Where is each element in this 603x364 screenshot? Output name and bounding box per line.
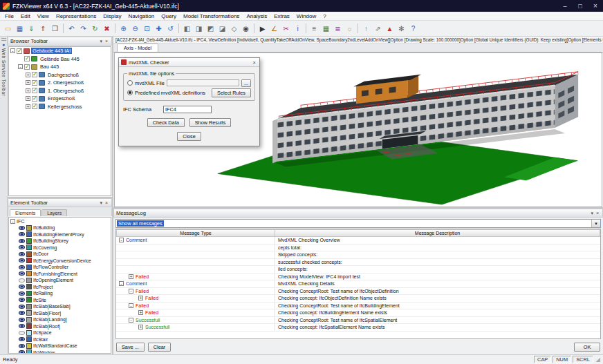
eye-icon[interactable] — [19, 278, 25, 282]
dialog-title-bar[interactable]: mvdXML Checker × — [119, 58, 259, 67]
clear-button[interactable]: Clear — [148, 343, 171, 352]
tree-row[interactable]: + 1. Obergeschoß — [9, 87, 111, 95]
menu-item[interactable]: Edit — [17, 13, 34, 19]
element-class-row[interactable]: IfcStair — [9, 336, 111, 343]
pan-icon[interactable]: ✚ — [153, 23, 165, 35]
element-class-row[interactable]: IfcBuildingElementProxy — [9, 231, 111, 238]
element-class-row[interactable]: IfcCovering — [9, 245, 111, 251]
tree-row[interactable]: + Erdgeschoß — [9, 95, 111, 103]
visibility-checkbox[interactable] — [24, 64, 30, 70]
expander-icon[interactable]: + — [129, 274, 133, 279]
grid-icon[interactable]: ▦ — [320, 23, 332, 35]
menu-item[interactable]: Analysis — [243, 13, 270, 19]
message-row[interactable]: - Comment MvdXML Checking Details — [116, 280, 600, 288]
element-class-row[interactable]: IfcSlab[BaseSlab] — [9, 303, 111, 310]
export-icon[interactable]: ⇑ — [37, 23, 49, 35]
message-row[interactable]: + Failed Checking concept: IfcBuildingEl… — [116, 309, 600, 317]
element-class-label[interactable]: IfcSlab[Floor] — [33, 311, 61, 316]
tree-node-label[interactable]: Kellergeschoss — [46, 104, 83, 110]
toolbar-separator[interactable] — [358, 23, 358, 33]
mvdxml-file-radio[interactable] — [127, 80, 133, 86]
eye-icon[interactable] — [19, 239, 25, 243]
expander-icon[interactable]: + — [26, 96, 30, 101]
eye-icon[interactable] — [19, 245, 25, 249]
fly-icon[interactable]: ⇗ — [372, 23, 384, 35]
combo-dropdown-icon[interactable]: ▼ — [591, 220, 600, 227]
eye-icon[interactable] — [19, 226, 25, 230]
element-panel-tab[interactable]: Elements — [10, 209, 41, 216]
message-row[interactable]: + Failed Checking concept: IfcObjectDefi… — [116, 295, 600, 303]
visibility-checkbox[interactable] — [32, 72, 37, 77]
panel-close-icon[interactable]: × — [104, 39, 109, 44]
expander-icon[interactable]: + — [26, 104, 30, 109]
panel-menu-icon[interactable]: ▾ — [98, 200, 104, 206]
eye-icon[interactable] — [19, 305, 25, 309]
eye-icon[interactable] — [19, 344, 25, 348]
message-row[interactable]: Skipped concepts: — [116, 251, 600, 259]
tree-node-label[interactable]: Gebäude 445 IAI — [31, 48, 72, 54]
menu-item[interactable]: View — [34, 13, 53, 19]
message-row[interactable]: - Failed Checking ConceptRoot: Test name… — [116, 288, 600, 296]
visibility-checkbox[interactable] — [24, 56, 30, 61]
check-data-button[interactable]: Check Data — [147, 118, 185, 127]
save-button[interactable]: Save ... — [116, 343, 145, 352]
toolbar-separator[interactable] — [254, 23, 254, 33]
message-row[interactable]: cepts total: — [116, 245, 600, 252]
element-class-row[interactable]: IfcSite — [9, 297, 111, 304]
show-results-button[interactable]: Show Results — [189, 118, 232, 127]
tree-row[interactable]: - Bau 445 — [9, 63, 111, 71]
expander-icon[interactable]: - — [129, 289, 133, 294]
tree-node-label[interactable]: Gelände Bau 445 — [39, 56, 81, 62]
message-row[interactable]: - Successfull Checking ConceptRoot: Test… — [116, 317, 600, 325]
element-class-label[interactable]: IfcProject — [33, 285, 53, 289]
menu-item[interactable]: Window — [293, 13, 319, 19]
element-class-label[interactable]: IfcSpace — [33, 330, 51, 335]
help-icon[interactable]: ? — [407, 23, 419, 35]
select-icon[interactable]: ▶ — [257, 23, 268, 35]
dialog-close-button[interactable]: Close — [177, 132, 201, 141]
expander-icon[interactable]: + — [138, 296, 143, 300]
ok-button[interactable]: OK — [574, 343, 600, 352]
element-class-label[interactable]: IfcBuilding — [33, 225, 55, 230]
panel-close-icon[interactable]: × — [595, 211, 600, 215]
info-icon[interactable]: i — [292, 23, 304, 35]
view-left-icon[interactable]: ◩ — [205, 23, 216, 35]
resize-grip[interactable]: ◢ — [596, 356, 600, 363]
delete-icon[interactable]: ✖ — [101, 23, 113, 35]
eye-icon[interactable] — [19, 285, 25, 289]
print-icon[interactable]: ❐ — [49, 23, 61, 35]
toolbar-separator[interactable] — [306, 23, 306, 33]
expander-icon[interactable]: - — [119, 238, 124, 242]
element-class-label[interactable]: IfcBuildingElementProxy — [33, 232, 84, 237]
eye-icon[interactable] — [19, 232, 25, 236]
redo-icon[interactable]: ↷ — [77, 23, 89, 35]
tree-row[interactable]: Gelände Bau 445 — [9, 55, 111, 64]
maximize-button[interactable]: □ — [573, 0, 588, 12]
mvdxml-file-path-input[interactable] — [167, 79, 239, 86]
3d-viewport[interactable]: mvdXML Checker × mvdXML file options mvd… — [114, 52, 602, 207]
message-row[interactable]: - Failed Checking ConceptRoot: Test name… — [116, 303, 600, 310]
measure-icon[interactable]: ∠ — [268, 23, 280, 35]
toolbar-separator[interactable] — [63, 23, 64, 33]
tree-row[interactable]: - Gebäude 445 IAI — [9, 47, 111, 55]
close-button[interactable]: × — [588, 0, 603, 12]
expander-icon[interactable]: - — [10, 219, 15, 224]
select-rules-button[interactable]: Select Rules — [212, 88, 251, 97]
panel-menu-icon[interactable]: ▾ — [589, 211, 595, 216]
menu-item[interactable]: Model Transformations — [180, 13, 243, 19]
element-tree-root[interactable]: - IFC — [9, 218, 111, 224]
expander-icon[interactable]: - — [129, 303, 133, 308]
expander-icon[interactable]: + — [26, 80, 30, 85]
element-class-row[interactable]: IfcBuilding — [9, 224, 111, 231]
eye-icon[interactable] — [19, 298, 25, 302]
message-row[interactable]: successful checked concepts: — [116, 259, 600, 267]
element-class-row[interactable]: IfcWallStandardCase — [9, 343, 111, 349]
light-icon[interactable]: ☼ — [344, 23, 355, 35]
element-class-row[interactable]: IfcBuildingStorey — [9, 238, 111, 245]
toolbar-separator[interactable] — [115, 23, 115, 33]
column-header-type[interactable]: Message Type — [116, 229, 275, 237]
open-folder-icon[interactable]: ▭ — [2, 23, 14, 35]
visibility-checkbox[interactable] — [32, 104, 37, 109]
element-class-row[interactable]: IfcEnergyConversionDevice — [9, 258, 111, 265]
message-row[interactable]: - Comment MvdXML Checking Overview — [116, 237, 600, 245]
